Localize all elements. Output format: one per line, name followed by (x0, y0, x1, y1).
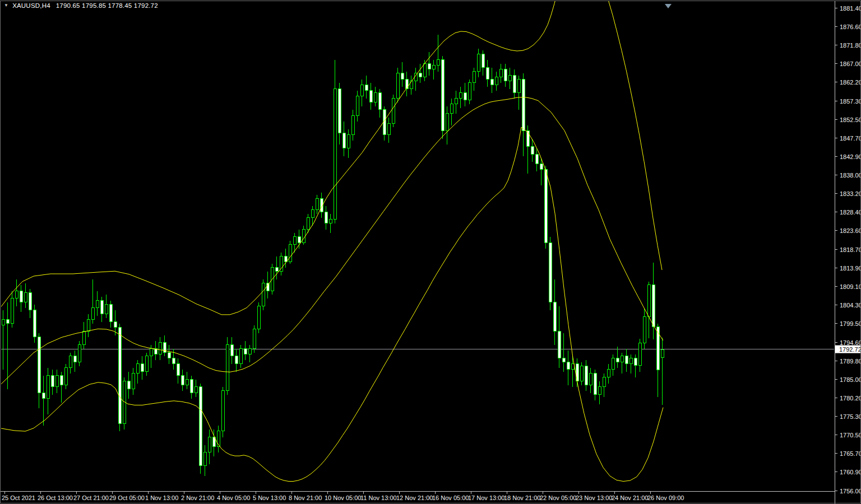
candle-body-bear (635, 358, 637, 366)
candle-body-bull (262, 283, 265, 306)
candle-body-bull (249, 349, 252, 354)
price-tick-label: 1833.20 (840, 190, 861, 197)
candle-body-bear (200, 387, 202, 466)
candle-body-bull (226, 345, 229, 391)
candle-body-bull (87, 320, 90, 332)
candle-body-bull (451, 104, 453, 114)
candle-body-bull (132, 374, 135, 389)
candle-body-bear (34, 310, 36, 337)
candle-body-bull (150, 349, 153, 356)
candle-body-bull (312, 210, 314, 218)
time-tick-label: 16 Nov 05:00 (432, 494, 469, 501)
candle-body-bear (504, 69, 507, 81)
candle-body-bear (267, 283, 270, 291)
candle-body-bull (316, 199, 319, 210)
candle-body-bull (222, 391, 225, 431)
candle-body-bull (644, 317, 646, 343)
price-tick-label: 1780.20 (840, 395, 861, 402)
candle-body-bull (240, 349, 243, 364)
candle (222, 387, 225, 437)
time-tick-label: 5 Nov 13:00 (253, 494, 286, 501)
price-tick-label: 1775.30 (840, 413, 861, 420)
time-tick-label: 23 Nov 13:00 (576, 494, 612, 501)
candle-body-bull (65, 368, 68, 385)
time-tick-label: 11 Nov 13:00 (360, 494, 397, 501)
candle-body-bull (424, 64, 427, 77)
candle-body-bear (191, 380, 193, 393)
time-tick-label: 17 Nov 13:00 (468, 494, 504, 501)
candle-body-bull (47, 376, 50, 399)
candle-body-bull (159, 343, 162, 354)
candle-body-bear (141, 364, 144, 372)
time-tick-label: 27 Oct 21:00 (73, 494, 109, 501)
price-chart[interactable]: 1881.401876.601871.801867.001862.201857.… (0, 0, 861, 504)
candle-body-bear (527, 131, 530, 147)
candle-body-bear (428, 64, 431, 69)
price-tick-label: 1842.90 (840, 153, 861, 160)
price-tick-label: 1799.50 (840, 320, 861, 327)
candle-body-bear (401, 73, 404, 80)
chart-shift-marker-icon[interactable] (665, 4, 672, 8)
price-tick-label: 1871.80 (840, 42, 861, 49)
candle-body-bull (630, 358, 633, 364)
candle-body-bear (43, 393, 45, 399)
candle-body-bull (590, 374, 592, 385)
price-tick-label: 1813.90 (840, 265, 861, 272)
candle-body-bear (491, 80, 494, 85)
candle (469, 80, 471, 104)
candle-body-bull (621, 356, 624, 362)
price-tick-label: 1789.80 (840, 358, 861, 365)
current-price-label: 1792.72 (839, 346, 861, 353)
symbol-dropdown-icon[interactable]: ▼ (4, 3, 8, 8)
price-tick-label: 1785.00 (840, 376, 861, 383)
candle-body-bear (513, 76, 516, 93)
candle-body-bull (146, 356, 149, 372)
candle-body-bear (177, 364, 180, 376)
candle-body-bull (433, 66, 436, 69)
candle (262, 279, 265, 310)
candle-body-bull (446, 114, 449, 131)
candle-body-bear (110, 305, 113, 322)
candle (442, 56, 445, 139)
candle (65, 364, 68, 389)
price-tick-label: 1809.10 (840, 283, 861, 290)
candle-body-bear (298, 237, 301, 243)
candle-body-bear (101, 301, 104, 314)
price-tick-label: 1794.60 (840, 339, 861, 346)
price-tick-label: 1847.70 (840, 135, 861, 142)
candle (253, 325, 256, 353)
candle-body-bull (397, 73, 400, 99)
candle-body-bull (92, 308, 95, 320)
candle-body-bull (357, 96, 359, 116)
candle (226, 337, 229, 395)
candle-body-bull (105, 305, 108, 314)
candle-body-bear (38, 337, 41, 393)
price-tick-label: 1857.30 (840, 98, 861, 105)
candle-body-bear (482, 54, 485, 68)
candle-body-bull (217, 431, 220, 447)
time-tick-label: 29 Oct 05:00 (109, 494, 145, 501)
candle-body-bear (52, 376, 54, 387)
candle-body-bear (487, 68, 489, 80)
candle (123, 377, 126, 430)
candle-body-bull (639, 343, 642, 366)
time-tick-label: 2 Nov 21:00 (181, 494, 214, 501)
candle-body-bull (96, 301, 99, 308)
candle-body-bull (608, 370, 610, 377)
price-tick-label: 1756.00 (840, 488, 861, 494)
candle-body-bear (7, 320, 10, 324)
candle-body-bull (16, 291, 18, 298)
candle-body-bull (307, 218, 310, 230)
candle-body-bear (343, 133, 346, 148)
candle (119, 324, 122, 431)
candle (200, 384, 202, 474)
candle-body-bear (235, 356, 238, 364)
candle-body-bull (648, 285, 651, 317)
candle-body-bear (168, 353, 171, 358)
candle-body-bear (536, 155, 539, 164)
candle-body-bear (626, 356, 628, 364)
symbol-header[interactable]: ▼ XAUUSD,H4 1790.65 1795.85 1778.45 1792… (4, 2, 158, 9)
candle-body-bull (374, 93, 377, 102)
candle-body-bull (455, 99, 458, 104)
candle-body-bull (70, 356, 72, 368)
